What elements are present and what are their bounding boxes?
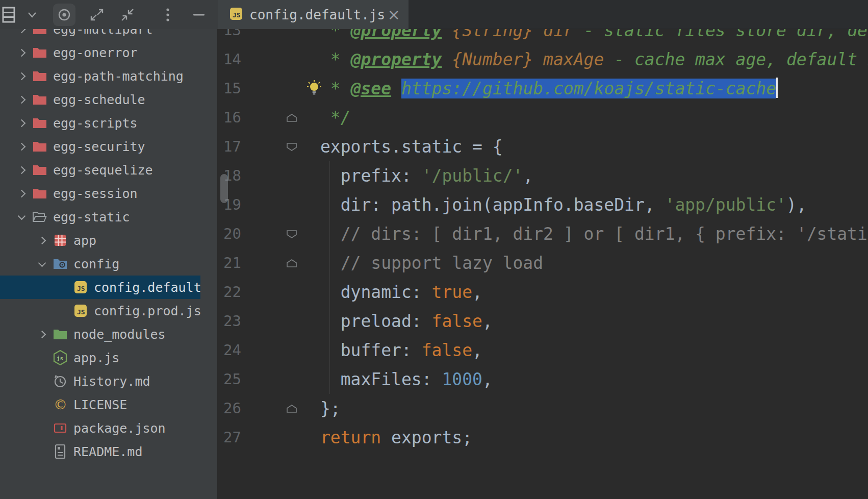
tree-item-egg-onerror[interactable]: egg-onerror xyxy=(0,41,200,64)
folder-red-icon xyxy=(32,70,48,82)
tree-item-config-prod-js[interactable]: JSconfig.prod.js xyxy=(0,299,200,322)
code-line-15[interactable]: 15 * @see https://github.com/koajs/stati… xyxy=(218,74,868,103)
tree-item-egg-schedule[interactable]: egg-schedule xyxy=(0,88,200,111)
tab-config-default-js[interactable]: JS config.default.js × xyxy=(218,0,409,29)
code-line-20[interactable]: 20 // dirs: [ dir1, dir2 ] or [ dir1, { … xyxy=(218,219,868,248)
tree-item-history-md[interactable]: History.md xyxy=(0,369,200,393)
chevron-right-icon[interactable] xyxy=(11,29,32,32)
line-number[interactable]: 25 xyxy=(218,365,241,394)
tree-item-egg-scripts[interactable]: egg-scripts xyxy=(0,111,200,135)
code-token: @property xyxy=(351,49,442,69)
tree-item-egg-path-matching[interactable]: egg-path-matching xyxy=(0,64,200,88)
code-editor[interactable]: 13 * @property {String} dir - static fil… xyxy=(218,0,868,499)
tree-item-license[interactable]: ©LICENSE xyxy=(0,393,200,416)
line-number[interactable]: 23 xyxy=(218,307,241,336)
js-file-icon: JS xyxy=(229,7,243,23)
tree-item-config[interactable]: config xyxy=(0,252,200,276)
code-text: buffer: false, xyxy=(320,336,482,365)
line-number[interactable]: 26 xyxy=(218,394,241,423)
line-number[interactable]: 22 xyxy=(218,278,241,307)
code-text: dynamic: true, xyxy=(320,278,482,307)
tree-item-egg-security[interactable]: egg-security xyxy=(0,135,200,158)
line-number[interactable]: 24 xyxy=(218,336,241,365)
panel-options-icon[interactable] xyxy=(161,0,174,29)
code-token: prefix: xyxy=(320,166,422,186)
panel-dropdown-chevron-icon[interactable] xyxy=(25,0,39,29)
tree-item-egg-static[interactable]: egg-static xyxy=(0,205,200,229)
close-tab-icon[interactable]: × xyxy=(388,7,400,22)
chevron-down-icon[interactable] xyxy=(11,215,32,219)
svg-text:JS: JS xyxy=(77,308,85,316)
tree-scrollbar-thumb[interactable] xyxy=(220,174,228,203)
tree-item-config-default-js[interactable]: JSconfig.default.js xyxy=(0,276,200,299)
chevron-right-icon[interactable] xyxy=(11,73,32,79)
code-line-16[interactable]: 16 */ xyxy=(218,103,868,132)
expand-panel-icon[interactable] xyxy=(86,0,108,29)
tree-item-app[interactable]: app xyxy=(0,229,200,252)
code-line-24[interactable]: 24 buffer: false, xyxy=(218,336,868,365)
tree-item-package-json[interactable]: package.json xyxy=(0,416,200,440)
line-number[interactable]: 21 xyxy=(218,248,241,278)
fold-marker-up-icon[interactable] xyxy=(285,258,298,269)
hide-panel-icon[interactable] xyxy=(190,0,208,29)
tree-item-label: app.js xyxy=(73,351,119,365)
chevron-right-icon[interactable] xyxy=(11,167,32,173)
chevron-right-icon[interactable] xyxy=(11,120,32,126)
collapse-panel-icon[interactable] xyxy=(116,0,139,29)
fold-marker-up-icon[interactable] xyxy=(285,403,298,414)
chevron-right-icon[interactable] xyxy=(11,50,32,56)
locate-file-icon[interactable] xyxy=(53,4,75,26)
tree-item-node-modules[interactable]: node_modules xyxy=(0,322,200,346)
chevron-right-icon[interactable] xyxy=(32,332,52,337)
intention-bulb-icon[interactable] xyxy=(305,80,323,99)
code-line-21[interactable]: 21 // support lazy load xyxy=(218,248,868,278)
project-panel-title[interactable] xyxy=(0,0,18,29)
code-line-17[interactable]: 17exports.static = { xyxy=(218,132,868,161)
tree-item-label: egg-static xyxy=(53,210,130,224)
code-line-23[interactable]: 23 preload: false, xyxy=(218,307,868,336)
code-line-14[interactable]: 14 * @property {Number} maxAge - cache m… xyxy=(218,45,868,74)
line-number[interactable]: 14 xyxy=(218,45,241,74)
code-token: // support lazy load xyxy=(320,253,543,273)
tree-item-egg-multipart[interactable]: egg-multipart xyxy=(0,29,200,41)
fold-marker-down-icon[interactable] xyxy=(285,229,298,240)
code-token: }; xyxy=(320,398,341,418)
code-token: , xyxy=(472,340,482,360)
tree-item-readme-md[interactable]: README.md xyxy=(0,440,200,463)
code-token: exports; xyxy=(381,428,472,447)
tree-item-egg-sequelize[interactable]: egg-sequelize xyxy=(0,158,200,182)
fold-marker-down-icon[interactable] xyxy=(285,141,298,153)
tree-item-label: egg-path-matching xyxy=(53,69,184,84)
line-number[interactable]: 27 xyxy=(218,423,241,452)
line-number[interactable]: 17 xyxy=(218,132,241,161)
project-tree-panel[interactable]: egg-multipartegg-onerroregg-path-matchin… xyxy=(0,29,218,499)
code-line-19[interactable]: 19 dir: path.join(appInfo.baseDir, 'app/… xyxy=(218,190,868,219)
svg-text:JS: JS xyxy=(233,11,241,19)
chevron-right-icon[interactable] xyxy=(11,97,32,103)
tree-item-label: README.md xyxy=(73,444,142,459)
line-number[interactable]: 20 xyxy=(218,219,241,248)
line-number[interactable]: 15 xyxy=(218,74,241,103)
code-line-27[interactable]: 27return exports; xyxy=(218,423,868,452)
chevron-right-icon[interactable] xyxy=(32,238,52,243)
code-line-22[interactable]: 22 dynamic: true, xyxy=(218,278,868,307)
tree-item-label: egg-sequelize xyxy=(53,163,153,178)
fold-marker-up-icon[interactable] xyxy=(285,112,298,123)
chevron-down-icon[interactable] xyxy=(32,262,52,266)
chevron-right-icon[interactable] xyxy=(11,191,32,196)
node-js-icon: js xyxy=(52,350,68,365)
code-token: // dirs: [ dir1, dir2 ] or [ dir1, { pre… xyxy=(320,224,868,244)
code-line-18[interactable]: 18 prefix: '/public/', xyxy=(218,161,868,190)
history-icon xyxy=(52,374,68,388)
folder-red-icon xyxy=(32,117,48,129)
tree-item-app-js[interactable]: jsapp.js xyxy=(0,346,200,369)
folder-open-icon xyxy=(32,211,48,223)
code-token: false xyxy=(422,340,472,360)
line-number[interactable]: 16 xyxy=(218,103,241,132)
code-token: , xyxy=(482,369,493,389)
code-line-26[interactable]: 26}; xyxy=(218,394,868,423)
code-token: dir: path.join(appInfo.baseDir, xyxy=(320,195,665,215)
code-line-25[interactable]: 25 maxFiles: 1000, xyxy=(218,365,868,394)
tree-item-egg-session[interactable]: egg-session xyxy=(0,182,200,205)
chevron-right-icon[interactable] xyxy=(11,144,32,149)
